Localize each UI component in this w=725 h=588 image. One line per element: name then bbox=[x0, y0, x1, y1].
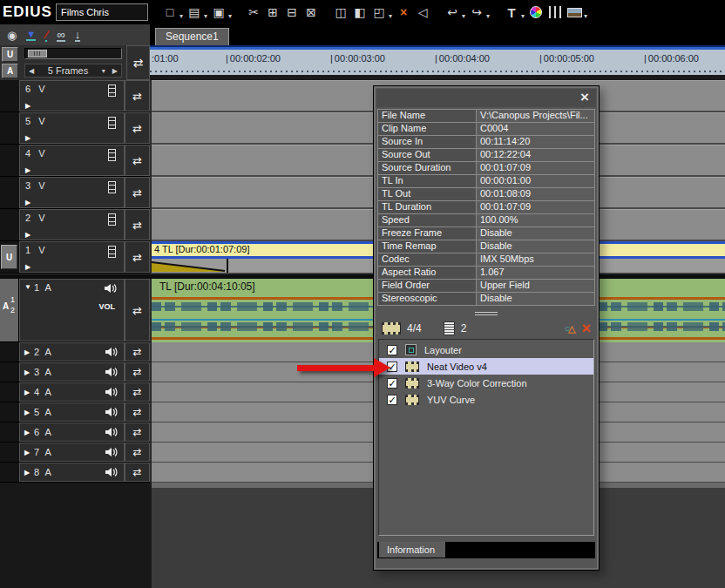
effect-checkbox[interactable]: ✓ bbox=[387, 378, 397, 389]
expand-icon[interactable]: ▶ bbox=[24, 368, 30, 376]
new-sequence-dropdown-icon[interactable]: ▾ bbox=[180, 12, 183, 20]
undo-icon[interactable]: ↩ bbox=[443, 2, 462, 23]
track-header-1a[interactable]: A 1 2 ▼ 1 A VOL ⇄ bbox=[0, 279, 150, 342]
expand-icon[interactable]: ▶ bbox=[24, 429, 30, 436]
replace-icon[interactable]: ⊠ bbox=[302, 2, 321, 23]
expand-icon[interactable]: ▶ bbox=[25, 263, 30, 271]
speaker-icon[interactable] bbox=[105, 407, 118, 417]
effect-item-3way-color[interactable]: ✓ 3-Way Color Correction bbox=[379, 375, 593, 391]
remove-edit-point-icon[interactable]: ∕ bbox=[45, 29, 47, 42]
speaker-icon[interactable] bbox=[104, 283, 117, 294]
dual-mode-icon[interactable]: ◰ bbox=[369, 2, 389, 23]
effect-item-neat-video[interactable]: ✓ Neat Video v4 bbox=[379, 358, 593, 375]
spin-left-icon[interactable]: ◀ bbox=[25, 67, 37, 75]
open-project-icon[interactable]: ▤ bbox=[185, 2, 204, 23]
project-name-field[interactable] bbox=[56, 3, 148, 21]
speaker-icon[interactable] bbox=[105, 347, 118, 357]
master-video-mute-button[interactable]: U bbox=[2, 47, 18, 62]
tab-sequence1[interactable]: Sequence1 bbox=[155, 28, 229, 45]
track-select-badge[interactable]: U bbox=[1, 245, 17, 269]
zoom-slider-thumb[interactable] bbox=[28, 50, 47, 57]
clip-information-panel[interactable]: × File Name V:\Canopus Projects\Fil... C… bbox=[373, 85, 600, 571]
expand-icon[interactable]: ▶ bbox=[25, 199, 30, 206]
open-project-dropdown-icon[interactable]: ▾ bbox=[204, 12, 207, 20]
effect-item-layouter[interactable]: ✓ Layouter bbox=[379, 341, 593, 358]
expand-icon[interactable]: ▶ bbox=[24, 449, 30, 456]
audio-group-badge[interactable]: A 1 2 bbox=[0, 279, 19, 341]
speaker-icon[interactable] bbox=[105, 447, 118, 457]
collapse-icon[interactable]: ▼ bbox=[24, 283, 31, 291]
save-project-icon[interactable]: ▣ bbox=[209, 2, 228, 23]
export-frame-icon[interactable]: ↓ bbox=[75, 29, 81, 42]
title-tool-dropdown-icon[interactable]: ▾ bbox=[521, 12, 525, 20]
transition-lane-icon[interactable]: ⇄ bbox=[125, 443, 150, 462]
ruler-body[interactable]: :01:00 |00:00:02:00 |00:00:03:00 |00:00:… bbox=[150, 50, 725, 75]
track-header-1v[interactable]: U 1 V ▶ ⇄ bbox=[0, 241, 150, 274]
track-header-2a[interactable]: ▶ 2 A ⇄ bbox=[0, 342, 150, 362]
undo-dropdown-icon[interactable]: ▾ bbox=[462, 12, 465, 20]
transition-lane-icon[interactable]: ⇄ bbox=[125, 112, 150, 144]
new-sequence-icon[interactable]: □ bbox=[160, 2, 180, 23]
master-transition-icon[interactable]: ⇄ bbox=[126, 45, 150, 80]
capture-icon[interactable]: ◫ bbox=[331, 2, 350, 23]
track-header-5v[interactable]: 5 V ▶ ⇄ bbox=[0, 112, 150, 145]
keyframe-marker[interactable] bbox=[227, 259, 228, 273]
remove-from-timeline-icon[interactable]: ◁ bbox=[413, 2, 432, 23]
spin-right-icon[interactable]: ▶ bbox=[109, 67, 121, 75]
speaker-icon[interactable] bbox=[105, 367, 118, 377]
track-header-4v[interactable]: 4 V ▶ ⇄ bbox=[0, 145, 150, 177]
delete-effect-icon[interactable]: × bbox=[581, 321, 591, 336]
panel-splitter-handle[interactable] bbox=[475, 312, 498, 315]
multicam-icon[interactable]: ◧ bbox=[350, 2, 369, 23]
scene-detect-icon[interactable] bbox=[565, 2, 584, 23]
audio-mixer-icon[interactable] bbox=[545, 2, 565, 23]
master-audio-mute-button[interactable]: A bbox=[2, 64, 18, 78]
speaker-icon[interactable] bbox=[105, 427, 118, 437]
track-header-3v[interactable]: 3 V ▶ ⇄ bbox=[0, 177, 150, 209]
track-header-4a[interactable]: ▶ 4 A ⇄ bbox=[0, 382, 150, 402]
effect-checkbox[interactable]: ✓ bbox=[387, 345, 397, 355]
add-edit-point-icon[interactable]: ▼ bbox=[26, 30, 36, 41]
transition-lane-icon[interactable]: ⇄ bbox=[125, 145, 150, 176]
expand-icon[interactable]: ▶ bbox=[24, 469, 30, 476]
close-icon[interactable]: × bbox=[577, 90, 593, 105]
track-header-5a[interactable]: ▶ 5 A ⇄ bbox=[0, 402, 150, 422]
speaker-icon[interactable] bbox=[105, 387, 118, 397]
effect-checkbox[interactable]: ✓ bbox=[387, 395, 397, 405]
volume-lane-label[interactable]: VOL bbox=[98, 302, 115, 311]
copy-icon[interactable]: ⊞ bbox=[263, 2, 282, 23]
layout-shapes-icon[interactable]: ○△ bbox=[565, 322, 576, 335]
effects-list[interactable]: ✓ Layouter ✓ Neat Video v4 ✓ 3-Way Color… bbox=[378, 339, 594, 536]
transition-lane-icon[interactable]: ⇄ bbox=[125, 241, 150, 273]
waveform-display-icon[interactable]: ◉ bbox=[7, 30, 17, 41]
expand-icon[interactable]: ▶ bbox=[25, 134, 30, 142]
expand-icon[interactable]: ▶ bbox=[24, 409, 30, 416]
track-header-2v[interactable]: 2 V ▶ ⇄ bbox=[0, 209, 150, 241]
speaker-icon[interactable] bbox=[105, 467, 118, 477]
redo-icon[interactable]: ↪ bbox=[467, 2, 486, 23]
transition-lane-icon[interactable]: ⇄ bbox=[125, 80, 150, 112]
track-header-6a[interactable]: ▶ 6 A ⇄ bbox=[0, 422, 150, 443]
add-to-timeline-icon[interactable]: × bbox=[394, 2, 413, 23]
frames-scale-spinner[interactable]: ◀ 5 Frames ▾ ▶ bbox=[24, 64, 122, 78]
track-header-3a[interactable]: ▶ 3 A ⇄ bbox=[0, 362, 150, 382]
effect-item-yuv-curve[interactable]: ✓ YUV Curve bbox=[379, 391, 593, 408]
spin-dropdown-icon[interactable]: ▾ bbox=[98, 67, 109, 75]
tab-information[interactable]: Information bbox=[379, 542, 445, 558]
opacity-ramp[interactable] bbox=[152, 259, 230, 273]
expand-icon[interactable]: ▶ bbox=[25, 166, 30, 174]
loop-playback-icon[interactable]: ∞ bbox=[57, 29, 64, 42]
scene-detect-dropdown-icon[interactable]: ▾ bbox=[584, 12, 587, 20]
expand-icon[interactable]: ▶ bbox=[25, 231, 30, 239]
transition-lane-icon[interactable]: ⇄ bbox=[125, 342, 150, 362]
transition-lane-icon[interactable]: ⇄ bbox=[125, 177, 150, 208]
timecode-ruler[interactable]: :01:00 |00:00:02:00 |00:00:03:00 |00:00:… bbox=[150, 45, 725, 80]
color-wheel-icon[interactable] bbox=[526, 2, 545, 23]
transition-lane-icon[interactable]: ⇄ bbox=[125, 362, 150, 382]
transition-lane-icon[interactable]: ⇄ bbox=[125, 279, 150, 341]
transition-lane-icon[interactable]: ⇄ bbox=[125, 463, 150, 482]
track-header-8a[interactable]: ▶ 8 A ⇄ bbox=[0, 463, 150, 483]
timeline-zoom-slider[interactable] bbox=[24, 48, 122, 59]
panel-title-bar[interactable]: × bbox=[376, 89, 596, 107]
paste-icon[interactable]: ⊟ bbox=[282, 2, 302, 23]
